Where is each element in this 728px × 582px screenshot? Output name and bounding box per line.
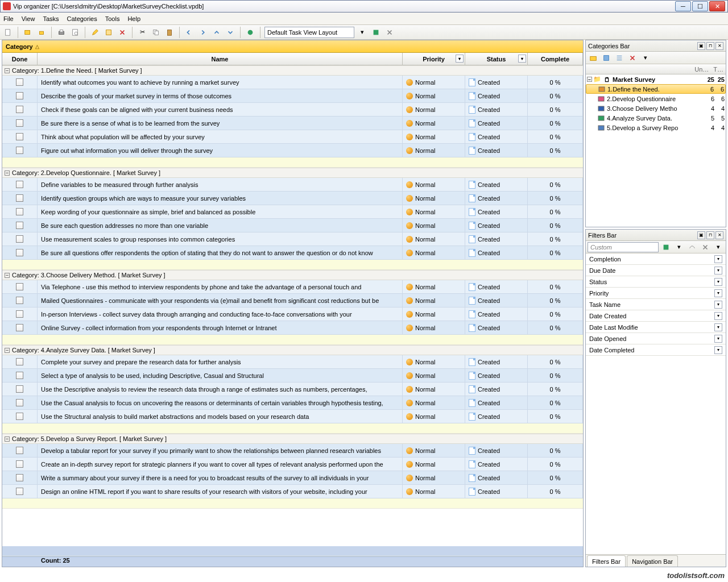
collapse-icon[interactable]: −	[5, 68, 10, 73]
layout-dropdown-icon[interactable]: ▾	[357, 27, 368, 38]
panel-pin-icon[interactable]: ⊓	[706, 42, 714, 50]
task-row[interactable]: Complete your survey and prepare the res…	[2, 355, 583, 369]
filter-field[interactable]: Priority▾	[586, 288, 726, 299]
dropdown-icon[interactable]: ▾	[714, 335, 722, 343]
done-checkbox[interactable]	[16, 372, 23, 379]
category-row[interactable]: −Category: 3.Choose Delivery Method. [ M…	[2, 270, 583, 280]
filter-delete-icon[interactable]	[700, 242, 711, 253]
outdent-icon[interactable]	[184, 27, 195, 38]
cat-list-icon[interactable]	[614, 52, 625, 64]
filter-field[interactable]: Date Completed▾	[586, 344, 726, 356]
category-row[interactable]: −Category: 1.Define the Need. [ Market S…	[2, 65, 583, 76]
menu-categories[interactable]: Categories	[67, 15, 97, 22]
filter-field[interactable]: Due Date▾	[586, 265, 726, 276]
col-status[interactable]: Status▾	[465, 53, 528, 65]
indent-icon[interactable]	[197, 27, 209, 38]
task-row[interactable]: Select a type of analysis to be used, in…	[2, 369, 583, 383]
panel-close-icon[interactable]: ✕	[715, 42, 723, 50]
dropdown-icon[interactable]: ▾	[714, 255, 722, 263]
category-row[interactable]: −Category: 5.Develop a Survey Report. [ …	[2, 434, 583, 444]
preview-icon[interactable]	[69, 27, 81, 38]
move-up-icon[interactable]	[211, 27, 222, 38]
done-checkbox[interactable]	[16, 474, 23, 481]
col-name[interactable]: Name	[38, 53, 403, 65]
task-row[interactable]: Figure out what information you will del…	[2, 144, 583, 157]
task-row[interactable]: Use the Descriptive analysis to review t…	[2, 383, 583, 396]
cat-delete-icon[interactable]	[627, 52, 638, 64]
done-checkbox[interactable]	[16, 133, 23, 140]
dropdown-icon[interactable]: ▾	[714, 323, 722, 331]
task-row[interactable]: Be sure each question addresses no more …	[2, 219, 583, 232]
done-checkbox[interactable]	[16, 385, 23, 393]
minimize-button[interactable]: ─	[675, 1, 691, 11]
cut-icon[interactable]: ✂	[136, 27, 148, 38]
cat-new-icon[interactable]	[588, 52, 599, 64]
grid-body[interactable]: −Category: 1.Define the Need. [ Market S…	[2, 65, 583, 546]
col-priority[interactable]: Priority▾	[403, 53, 465, 65]
filter-dropdown-icon[interactable]: ▾	[456, 55, 464, 63]
done-checkbox[interactable]	[16, 460, 23, 468]
delete-layout-icon[interactable]	[384, 27, 395, 38]
tree-root[interactable]: −📁🗒Market Survey2525	[586, 74, 726, 84]
new-task-icon[interactable]	[22, 27, 34, 38]
task-row[interactable]: Write a summary about your survey if the…	[2, 471, 583, 485]
filter-field[interactable]: Date Last Modifie▾	[586, 322, 726, 333]
task-row[interactable]: Design an online HTML report if you want…	[2, 485, 583, 498]
cat-more-icon[interactable]: ▾	[640, 52, 651, 64]
print-icon[interactable]	[56, 27, 67, 38]
done-checkbox[interactable]	[16, 92, 23, 99]
new-subtask-icon[interactable]	[36, 27, 47, 38]
done-checkbox[interactable]	[16, 194, 23, 202]
tab-filters[interactable]: Filters Bar	[587, 555, 626, 567]
filter-field[interactable]: Task Name▾	[586, 299, 726, 310]
paste-icon[interactable]	[164, 27, 175, 38]
filter-more-icon[interactable]: ▾	[713, 242, 724, 253]
done-checkbox[interactable]	[16, 297, 23, 304]
done-checkbox[interactable]	[16, 78, 23, 86]
categories-tree[interactable]: −📁🗒Market Survey25251.Define the Need.66…	[586, 74, 726, 227]
dropdown-icon[interactable]: ▾	[714, 278, 722, 286]
done-checkbox[interactable]	[16, 358, 23, 365]
task-row[interactable]: Check if these goals can be aligned with…	[2, 103, 583, 117]
task-row[interactable]: Be sure all questions offer respondents …	[2, 246, 583, 260]
task-row[interactable]: Use the Structural analysis to build mar…	[2, 410, 583, 423]
filter-dropdown-icon[interactable]: ▾	[673, 242, 685, 253]
done-checkbox[interactable]	[16, 447, 23, 454]
done-checkbox[interactable]	[16, 283, 23, 290]
task-row[interactable]: Online Survey - collect information from…	[2, 321, 583, 335]
dropdown-icon[interactable]: ▾	[714, 346, 722, 354]
panel-restore-icon[interactable]: ▣	[697, 231, 705, 239]
col-complete[interactable]: Complete	[528, 53, 583, 65]
done-checkbox[interactable]	[16, 222, 23, 229]
task-row[interactable]: Think about what population will be affe…	[2, 130, 583, 144]
panel-pin-icon[interactable]: ⊓	[706, 231, 714, 239]
collapse-icon[interactable]: −	[5, 436, 10, 442]
task-row[interactable]: Via Telephone - use this method to inter…	[2, 280, 583, 294]
copy-icon[interactable]	[150, 27, 162, 38]
task-row[interactable]: Be sure there is a sense of what is to b…	[2, 117, 583, 130]
filter-field[interactable]: Status▾	[586, 276, 726, 288]
menu-file[interactable]: File	[3, 15, 14, 22]
tree-item[interactable]: 4.Analyze Survey Data.55	[586, 113, 726, 123]
save-layout-icon[interactable]	[370, 27, 382, 38]
collapse-icon[interactable]: −	[5, 348, 10, 353]
task-row[interactable]: Identify question groups which are ways …	[2, 192, 583, 205]
tree-item[interactable]: 1.Define the Need.66	[586, 84, 726, 94]
dropdown-icon[interactable]: ▾	[714, 301, 722, 309]
dropdown-icon[interactable]: ▾	[714, 267, 722, 275]
category-row[interactable]: −Category: 2.Develop Questionnaire. [ Ma…	[2, 168, 583, 178]
collapse-icon[interactable]: −	[587, 77, 592, 82]
maximize-button[interactable]: ☐	[692, 1, 708, 11]
task-row[interactable]: Develop a tabular report for your survey…	[2, 444, 583, 458]
task-row[interactable]: Identify what outcomes you want to achie…	[2, 76, 583, 89]
tree-item[interactable]: 3.Choose Delivery Metho44	[586, 103, 726, 113]
filter-field[interactable]: Date Opened▾	[586, 333, 726, 344]
tab-navigation[interactable]: Navigation Bar	[627, 555, 678, 567]
done-checkbox[interactable]	[16, 235, 23, 243]
done-checkbox[interactable]	[16, 249, 23, 256]
done-checkbox[interactable]	[16, 147, 23, 154]
done-checkbox[interactable]	[16, 106, 23, 113]
menu-view[interactable]: View	[22, 15, 35, 22]
task-row[interactable]: Create an in-depth survey report for str…	[2, 458, 583, 471]
filter-save-icon[interactable]	[660, 242, 672, 253]
